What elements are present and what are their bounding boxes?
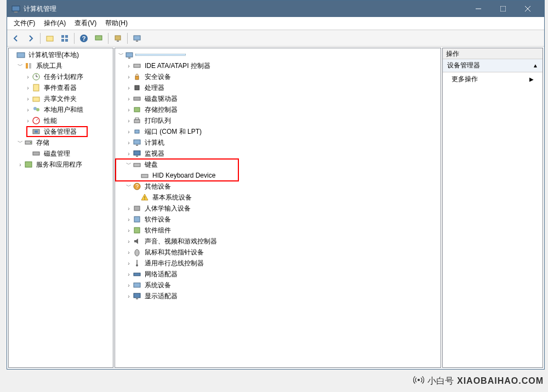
device-system[interactable]: ›系统设备 bbox=[115, 280, 441, 291]
svg-rect-35 bbox=[25, 162, 32, 167]
watermark-text: 小白号 bbox=[427, 376, 454, 387]
svg-rect-31 bbox=[35, 130, 38, 133]
device-network[interactable]: ›网络适配器 bbox=[115, 269, 441, 280]
tree-event-viewer[interactable]: ›事件查看器 bbox=[9, 82, 113, 93]
broadcast-icon bbox=[413, 374, 424, 388]
device-keyboards[interactable]: ﹀键盘 bbox=[115, 159, 441, 170]
svg-line-29 bbox=[36, 119, 38, 121]
device-disk-drives[interactable]: ›磁盘驱动器 bbox=[115, 93, 441, 104]
up-button[interactable] bbox=[43, 32, 56, 45]
svg-rect-34 bbox=[33, 152, 39, 155]
svg-rect-9 bbox=[61, 39, 64, 42]
svg-rect-37 bbox=[128, 58, 130, 59]
tree-performance[interactable]: ›性能 bbox=[9, 115, 113, 126]
device-hid[interactable]: ›人体学输入设备 bbox=[115, 203, 441, 214]
device-print-queues[interactable]: ›打印队列 bbox=[115, 115, 441, 126]
device-storage-ctrl[interactable]: ›存储控制器 bbox=[115, 104, 441, 115]
monitor-button[interactable] bbox=[130, 32, 144, 45]
device-base-system[interactable]: !基本系统设备 bbox=[115, 192, 441, 203]
svg-rect-6 bbox=[47, 36, 53, 41]
back-button[interactable] bbox=[9, 32, 22, 45]
device-security[interactable]: ›安全设备 bbox=[115, 71, 441, 82]
device-software-components[interactable]: ›软件组件 bbox=[115, 225, 441, 236]
svg-rect-51 bbox=[141, 174, 148, 178]
minimize-button[interactable] bbox=[466, 1, 490, 17]
svg-text:!: ! bbox=[144, 195, 146, 201]
scan-button[interactable] bbox=[92, 32, 105, 45]
device-tree-pane[interactable]: ﹀ ›IDE ATA/ATAPI 控制器 ›安全设备 ›处理器 ›磁盘驱动器 ›… bbox=[115, 48, 441, 368]
close-button[interactable] bbox=[515, 1, 540, 17]
app-icon bbox=[12, 4, 20, 13]
device-ports[interactable]: ›端口 (COM 和 LPT) bbox=[115, 126, 441, 137]
svg-point-33 bbox=[30, 142, 31, 143]
device-hid-keyboard[interactable]: HID Keyboard Device bbox=[115, 170, 441, 181]
svg-rect-18 bbox=[17, 53, 25, 58]
svg-rect-47 bbox=[136, 145, 138, 146]
view-button[interactable] bbox=[58, 32, 71, 45]
svg-rect-55 bbox=[134, 206, 140, 211]
titlebar[interactable]: 计算机管理 bbox=[7, 1, 544, 17]
tree-shared-folders[interactable]: ›共享文件夹 bbox=[9, 93, 113, 104]
svg-rect-7 bbox=[61, 35, 64, 38]
svg-rect-3 bbox=[500, 6, 506, 12]
tree-system-tools[interactable]: ﹀系统工具 bbox=[9, 60, 113, 71]
actions-pane: 操作 设备管理器▲ 更多操作▶ bbox=[442, 48, 543, 368]
menubar: 文件(F) 操作(A) 查看(V) 帮助(H) bbox=[7, 17, 544, 30]
svg-rect-8 bbox=[65, 35, 68, 38]
watermark-domain: XIAOBAIHAO.COM bbox=[457, 376, 544, 386]
tree-storage[interactable]: ﹀存储 bbox=[9, 137, 113, 148]
svg-rect-24 bbox=[33, 84, 39, 91]
device-sound[interactable]: ›声音、视频和游戏控制器 bbox=[115, 236, 441, 247]
actions-more[interactable]: 更多操作▶ bbox=[443, 72, 543, 86]
svg-rect-1 bbox=[14, 12, 18, 13]
tree-services-apps[interactable]: ›服务和应用程序 bbox=[9, 159, 113, 170]
maximize-button[interactable] bbox=[490, 1, 515, 17]
svg-rect-62 bbox=[134, 283, 140, 287]
device-usb[interactable]: ›通用串行总线控制器 bbox=[115, 258, 441, 269]
svg-rect-15 bbox=[117, 41, 119, 42]
left-tree-pane[interactable]: ▶计算机管理(本地) ﹀系统工具 ›任务计划程序 ›事件查看器 ›共享文件夹 ›… bbox=[8, 48, 113, 368]
svg-rect-46 bbox=[134, 140, 140, 144]
body: ▶计算机管理(本地) ﹀系统工具 ›任务计划程序 ›事件查看器 ›共享文件夹 ›… bbox=[7, 47, 544, 369]
tree-root[interactable]: ▶计算机管理(本地) bbox=[9, 49, 113, 60]
svg-rect-20 bbox=[29, 63, 31, 69]
device-other[interactable]: ﹀?其他设备 bbox=[115, 181, 441, 192]
svg-rect-57 bbox=[134, 228, 140, 233]
tree-local-users[interactable]: ›本地用户和组 bbox=[9, 104, 113, 115]
device-processors[interactable]: ›处理器 bbox=[115, 82, 441, 93]
menu-view[interactable]: 查看(V) bbox=[70, 17, 101, 30]
tree-disk-mgmt[interactable]: 磁盘管理 bbox=[9, 148, 113, 159]
device-software-devices[interactable]: ›软件设备 bbox=[115, 214, 441, 225]
svg-rect-10 bbox=[65, 39, 68, 42]
menu-help[interactable]: 帮助(H) bbox=[101, 17, 132, 30]
menu-action[interactable]: 操作(A) bbox=[39, 17, 70, 30]
watermark: 小白号 XIAOBAIHAO.COM bbox=[413, 374, 544, 388]
device-mice[interactable]: ›鼠标和其他指针设备 bbox=[115, 247, 441, 258]
svg-rect-36 bbox=[126, 53, 133, 57]
svg-rect-49 bbox=[136, 156, 138, 157]
toolbar: ? bbox=[7, 30, 544, 47]
svg-rect-19 bbox=[26, 63, 28, 69]
svg-point-65 bbox=[418, 379, 420, 381]
tree-task-scheduler[interactable]: ›任务计划程序 bbox=[9, 71, 113, 82]
svg-rect-48 bbox=[134, 151, 140, 155]
device-ide[interactable]: ›IDE ATA/ATAPI 控制器 bbox=[115, 60, 441, 71]
refresh-button[interactable] bbox=[111, 32, 124, 45]
help-button[interactable]: ? bbox=[77, 32, 90, 45]
svg-rect-64 bbox=[136, 298, 138, 299]
device-computer[interactable]: ›计算机 bbox=[115, 137, 441, 148]
computer-management-window: 计算机管理 文件(F) 操作(A) 查看(V) 帮助(H) ? ▶计算机管理(本… bbox=[7, 0, 545, 370]
svg-rect-17 bbox=[136, 41, 138, 42]
forward-button[interactable] bbox=[24, 32, 37, 45]
device-monitors[interactable]: ›监视器 bbox=[115, 148, 441, 159]
window-title: 计算机管理 bbox=[24, 4, 56, 14]
device-root[interactable]: ﹀ bbox=[115, 49, 441, 60]
actions-section[interactable]: 设备管理器▲ bbox=[443, 59, 543, 72]
menu-file[interactable]: 文件(F) bbox=[9, 17, 39, 30]
tree-device-manager[interactable]: ›设备管理器 bbox=[9, 126, 113, 137]
svg-rect-45 bbox=[135, 130, 139, 133]
svg-point-58 bbox=[135, 249, 139, 256]
svg-rect-50 bbox=[134, 163, 140, 167]
device-display[interactable]: ›显示适配器 bbox=[115, 291, 441, 302]
actions-header: 操作 bbox=[443, 48, 543, 59]
